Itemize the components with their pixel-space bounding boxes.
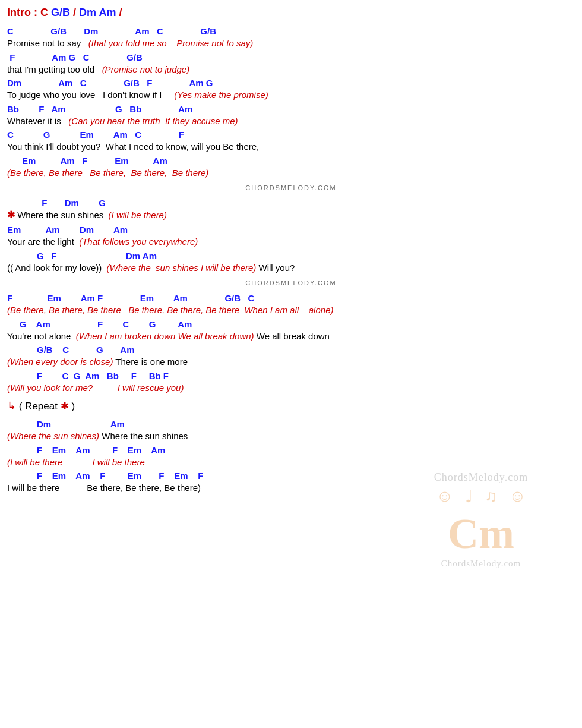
outro-section-1: Dm Am (Where the sun shines) Where the s… bbox=[7, 418, 575, 442]
chord-row-b4: F C G Am Bb F Bb F bbox=[7, 370, 575, 382]
lyric-row-o1: (Where the sun shines) Where the sun shi… bbox=[7, 430, 575, 442]
chorus-section-2: Em Am Dm Am Your are the light (That fol… bbox=[7, 224, 575, 248]
repeat-section: ↳ ( Repeat ✱ ) bbox=[7, 399, 575, 412]
verse-section-1: C G/B Dm Am C G/B Promise not to say (th… bbox=[7, 26, 575, 49]
chord-row-5: C G Em Am C F bbox=[7, 129, 575, 141]
repeat-arrow: ↳ bbox=[7, 400, 16, 412]
lyric-row-c2: Your are the light (That follows you eve… bbox=[7, 236, 575, 248]
intro-section: Intro : C G/B / Dm Am / bbox=[7, 6, 575, 20]
lyric-row-o3: I will be there Be there, Be there, Be t… bbox=[7, 482, 575, 494]
lyric-row-1: Promise not to say (that you told me so … bbox=[7, 37, 575, 49]
verse-section-5: C G Em Am C F You think I'll doubt you? … bbox=[7, 129, 575, 153]
lyric-row-4: Whatever it is (Can you hear the truth I… bbox=[7, 115, 575, 127]
chord-row-o3: F Em Am F Em F Em F bbox=[7, 470, 575, 482]
bridge-section-2: G Am F C G Am You're not alone (When I a… bbox=[7, 319, 575, 342]
chord-row-b1: F Em Am F Em Am G/B C bbox=[7, 292, 575, 304]
verse-section-6: Em Am F Em Am (Be there, Be there Be the… bbox=[7, 155, 575, 179]
lyric-row-2: that I'm getting too old (Promise not to… bbox=[7, 64, 575, 75]
bridge-section-4: F C G Am Bb F Bb F (Will you look for me… bbox=[7, 370, 575, 394]
chord-row-b2: G Am F C G Am bbox=[7, 319, 575, 330]
chord-row-c3: G F Dm Am bbox=[7, 250, 575, 262]
chord-row-3: Dm Am C G/B F Am G bbox=[7, 77, 575, 89]
lyric-row-b3: (When every door is close) There is one … bbox=[7, 356, 575, 368]
watermark-bottom-text: ChordsMelody.com bbox=[441, 559, 521, 569]
lyric-row-6: (Be there, Be there Be there, Be there, … bbox=[7, 167, 575, 179]
outro-section-2: F Em Am F Em Am (I will be there I will … bbox=[7, 445, 575, 468]
lyric-row-c1: ✱ Where the sun shines (I will be there) bbox=[7, 209, 575, 222]
lyric-row-b4: (Will you look for me? I will rescue you… bbox=[7, 382, 575, 394]
intro-chords: C G/B / Dm Am / bbox=[40, 7, 122, 18]
chord-row-o2: F Em Am F Em Am bbox=[7, 445, 575, 456]
chord-row-6: Em Am F Em Am bbox=[7, 155, 575, 167]
chord-row-2: F Am G C G/B bbox=[7, 52, 575, 64]
chord-row-4: Bb F Am G Bb Am bbox=[7, 103, 575, 115]
lyric-row-b2: You're not alone (When I am broken down … bbox=[7, 330, 575, 342]
intro-label: Intro : bbox=[7, 7, 37, 18]
verse-section-2: F Am G C G/B that I'm getting too old (P… bbox=[7, 52, 575, 75]
bridge-section-3: G/B C G Am (When every door is close) Th… bbox=[7, 344, 575, 368]
lyric-row-o2: (I will be there I will be there bbox=[7, 456, 575, 468]
repeat-label: ( Repeat bbox=[19, 401, 61, 412]
lyric-row-c3: (( And look for my love)) (Where the sun… bbox=[7, 262, 575, 274]
outro-section-3: F Em Am F Em F Em F I will be there Be t… bbox=[7, 470, 575, 494]
lyric-row-5: You think I'll doubt you? What I need to… bbox=[7, 141, 575, 153]
verse-section-3: Dm Am C G/B F Am G To judge who you love… bbox=[7, 77, 575, 101]
chord-row-c2: Em Am Dm Am bbox=[7, 224, 575, 236]
divider-1: CHORDSMELODY.COM bbox=[7, 184, 575, 191]
repeat-asterisk: ✱ bbox=[61, 401, 69, 412]
chord-row-b3: G/B C G Am bbox=[7, 344, 575, 356]
chord-row-1: C G/B Dm Am C G/B bbox=[7, 26, 575, 37]
repeat-close: ) bbox=[69, 401, 75, 412]
divider-text-2: CHORDSMELODY.COM bbox=[239, 279, 342, 286]
chorus-section-3: G F Dm Am (( And look for my love)) (Whe… bbox=[7, 250, 575, 274]
chord-row-c1: F Dm G bbox=[7, 197, 575, 209]
divider-2: CHORDSMELODY.COM bbox=[7, 279, 575, 286]
chord-row-o1: Dm Am bbox=[7, 418, 575, 430]
verse-section-4: Bb F Am G Bb Am Whatever it is (Can you … bbox=[7, 103, 575, 127]
intro-line: Intro : C G/B / Dm Am / bbox=[7, 6, 575, 20]
chorus-section-1: F Dm G ✱ Where the sun shines (I will be… bbox=[7, 197, 575, 222]
bridge-section-1: F Em Am F Em Am G/B C (Be there, Be ther… bbox=[7, 292, 575, 316]
lyric-row-3: To judge who you love I don't know if I … bbox=[7, 89, 575, 101]
lyric-row-b1: (Be there, Be there, Be there Be there, … bbox=[7, 304, 575, 316]
divider-text-1: CHORDSMELODY.COM bbox=[239, 184, 342, 191]
watermark-cm: Cm bbox=[448, 509, 514, 559]
